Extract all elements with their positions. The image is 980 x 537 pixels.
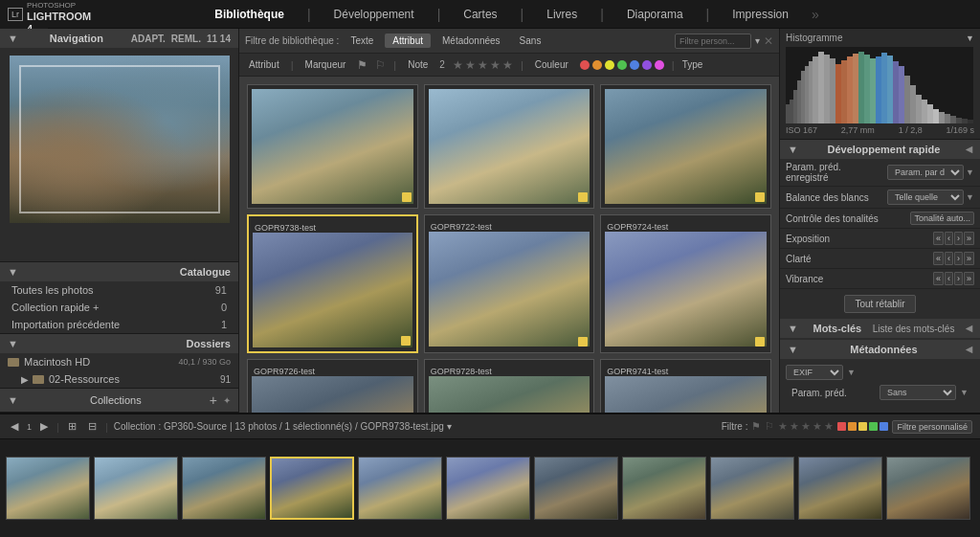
star-3[interactable]: ★ <box>478 58 488 72</box>
catalog-importation[interactable]: Importation précédente 1 <box>0 316 238 333</box>
filmstrip-grid-btn[interactable]: ⊞ <box>65 419 79 434</box>
dev-vibrance-ll[interactable]: « <box>933 272 944 285</box>
filter-tab-texte[interactable]: Texte <box>343 34 381 48</box>
film-thumb-6[interactable] <box>446 457 530 520</box>
dev-white-balance-select[interactable]: Telle quelle <box>887 190 964 205</box>
fs-flag-icon[interactable]: ⚑ <box>751 420 761 433</box>
photo-cell-1[interactable] <box>247 84 418 209</box>
filmstrip-list-btn[interactable]: ⊟ <box>85 419 100 434</box>
attr-attribut-btn[interactable]: Attribut <box>245 57 283 72</box>
photo-cell-9[interactable]: GOPR9741-test <box>600 359 771 413</box>
menu-cartes[interactable]: Cartes <box>457 4 502 25</box>
keywords-header[interactable]: ▼ Mots-clés Liste des mots-clés ◀ <box>780 319 980 338</box>
photo-cell-8[interactable]: GOPR9728-test <box>424 359 595 413</box>
nav-header[interactable]: ▼ Navigation ADAPT. REML. 11 14 <box>0 29 238 48</box>
photo-cell-2[interactable] <box>424 84 595 209</box>
fs-star-2[interactable]: ★ <box>790 420 799 433</box>
quick-dev-options[interactable]: ◀ <box>966 145 972 154</box>
photo-cell-7[interactable]: GOPR9726-test <box>247 359 418 413</box>
catalog-toutes[interactable]: Toutes les photos 91 <box>0 281 238 299</box>
color-orange[interactable] <box>592 60 602 70</box>
film-thumb-9[interactable] <box>710 457 794 520</box>
fs-star-3[interactable]: ★ <box>801 420 811 433</box>
menu-developpement[interactable]: Développement <box>328 4 420 25</box>
filter-search-input[interactable] <box>675 34 751 49</box>
menu-livres[interactable]: Livres <box>541 4 583 25</box>
star-1[interactable]: ★ <box>453 58 463 72</box>
film-thumb-2[interactable] <box>94 457 178 520</box>
menu-diaporama[interactable]: Diaporama <box>621 4 689 25</box>
filmstrip-custom-filter[interactable]: Filtre personnalisé <box>892 420 972 434</box>
color-rouge[interactable] <box>580 60 590 70</box>
attr-type-label[interactable]: Type <box>682 59 703 70</box>
filmstrip-nav-prev[interactable]: ◀ <box>8 419 21 434</box>
attr-marqueur-btn[interactable]: Marqueur <box>301 57 350 72</box>
photo-cell-3[interactable] <box>600 84 771 209</box>
folder-ressources[interactable]: ▶ 02-Ressources 91 <box>0 370 238 388</box>
dev-exposure-l[interactable]: ‹ <box>945 232 953 245</box>
film-thumb-5[interactable] <box>358 457 442 520</box>
collections-add-btn[interactable]: + <box>210 392 217 408</box>
dev-clarity-ll[interactable]: « <box>933 252 944 265</box>
color-jaune[interactable] <box>605 60 614 70</box>
filmstrip-collection[interactable]: Collection : GP360-Source <box>114 421 227 432</box>
filter-tab-attribut[interactable]: Attribut <box>385 34 431 48</box>
dev-param-preset-arrow[interactable]: ▼ <box>966 168 974 177</box>
film-thumb-11[interactable] <box>886 457 970 520</box>
param-pred-select[interactable]: Sans <box>880 385 956 400</box>
fs-star-5[interactable]: ★ <box>824 420 834 433</box>
filter-tab-metadonnees[interactable]: Métadonnées <box>434 34 508 48</box>
color-vert[interactable] <box>617 60 627 70</box>
keywords-options[interactable]: ◀ <box>966 324 972 333</box>
dev-vibrance-l[interactable]: ‹ <box>945 272 953 285</box>
fs-star-1[interactable]: ★ <box>778 420 788 433</box>
collections-header[interactable]: ▼ Collections + ✦ <box>0 389 238 412</box>
fs-color-rouge[interactable] <box>837 422 846 431</box>
photo-cell-6[interactable]: GOPR9724-test <box>600 214 771 353</box>
metadata-header[interactable]: ▼ Métadonnées ◀ <box>780 340 980 359</box>
filter-close-btn[interactable]: ✕ <box>764 34 773 48</box>
quick-dev-header[interactable]: ▼ Développement rapide ◀ <box>780 140 980 159</box>
film-thumb-8[interactable] <box>622 457 706 520</box>
fs-color-vert[interactable] <box>869 422 878 431</box>
star-2[interactable]: ★ <box>465 58 476 72</box>
film-thumb-4[interactable] <box>270 457 354 520</box>
dev-white-balance-arrow[interactable]: ▼ <box>966 192 974 202</box>
catalog-rapide[interactable]: Collection rapide + 0 <box>0 299 238 316</box>
collections-options[interactable]: ✦ <box>223 395 231 406</box>
dev-tone-auto-btn[interactable]: Tonalité auto... <box>910 212 974 225</box>
histogram-collapse[interactable]: ▼ <box>966 34 974 43</box>
dev-exposure-ll[interactable]: « <box>933 232 944 245</box>
nav-reml[interactable]: REML. <box>171 34 201 44</box>
menu-bibliotheque[interactable]: Bibliothèque <box>209 4 290 25</box>
fs-unflag-icon[interactable]: ⚐ <box>765 420 774 433</box>
meta-exif-select[interactable]: EXIF <box>786 365 843 380</box>
photo-cell-5[interactable]: GOPR9722-test <box>424 214 595 353</box>
filter-minimize-btn[interactable]: ▾ <box>755 35 760 46</box>
dev-vibrance-rr[interactable]: » <box>964 272 974 285</box>
metadata-options[interactable]: ◀ <box>966 345 972 354</box>
filmstrip-dropdown[interactable]: ▾ <box>447 421 452 432</box>
filmstrip-nav-next[interactable]: ▶ <box>37 419 51 434</box>
photo-cell-4[interactable]: GOPR9738-test <box>247 214 418 353</box>
film-thumb-1[interactable] <box>6 457 90 520</box>
dev-vibrance-r[interactable]: › <box>954 272 963 285</box>
nav-adapt[interactable]: ADAPT. <box>131 34 166 44</box>
star-5[interactable]: ★ <box>502 58 513 72</box>
color-rose[interactable] <box>655 60 664 70</box>
dev-exposure-rr[interactable]: » <box>964 232 974 245</box>
fs-star-4[interactable]: ★ <box>813 420 822 433</box>
fs-color-jaune[interactable] <box>858 422 867 431</box>
film-thumb-3[interactable] <box>182 457 266 520</box>
dev-clarity-r[interactable]: › <box>954 252 963 265</box>
meta-exif-arrow[interactable]: ▼ <box>847 368 856 377</box>
keywords-list-label[interactable]: Liste des mots-clés <box>873 324 955 334</box>
menu-impression[interactable]: Impression <box>726 4 794 25</box>
dossiers-header[interactable]: ▼ Dossiers <box>0 334 238 353</box>
fs-color-orange[interactable] <box>848 422 857 431</box>
film-thumb-10[interactable] <box>798 457 882 520</box>
reset-all-btn[interactable]: Tout rétablir <box>844 295 915 313</box>
dev-exposure-r[interactable]: › <box>954 232 963 245</box>
catalogue-header[interactable]: ▼ Catalogue <box>0 262 238 281</box>
color-violet[interactable] <box>642 60 652 70</box>
